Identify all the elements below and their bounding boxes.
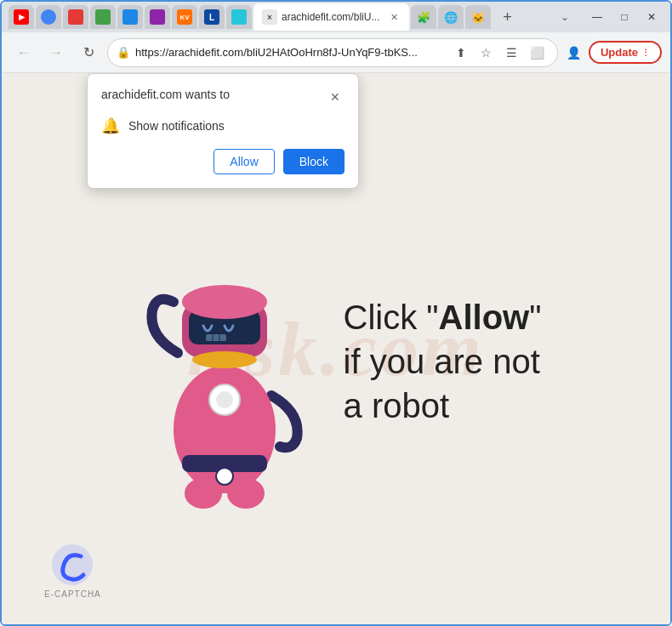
address-actions: ⬆ ☆ ☰ ⬜	[450, 42, 549, 64]
window-controls: — □ ✕	[585, 5, 663, 29]
browser-window: ▶ KV L	[0, 0, 672, 626]
robot-illustration	[131, 225, 318, 498]
split-tab-icon[interactable]: ⬜	[527, 42, 549, 64]
tabcloud-favicon	[231, 9, 247, 25]
tab-search-btn[interactable]: ⌄	[551, 3, 578, 31]
active-tab-close[interactable]: ✕	[387, 10, 401, 24]
tab-active[interactable]: × arachidefit.com/bliU... ✕	[253, 3, 409, 31]
svg-rect-6	[206, 334, 226, 341]
allow-word: Allow	[439, 299, 530, 336]
svg-point-10	[192, 351, 257, 368]
tabkv-favicon: KV	[177, 9, 192, 25]
tab-menu-icon[interactable]: ☰	[501, 42, 523, 64]
permission-popup: arachidefit.com wants to ✕ 🔔 Show notifi…	[87, 73, 359, 189]
tab6-favicon	[150, 9, 165, 25]
content-area: arachidefit.com wants to ✕ 🔔 Show notifi…	[2, 73, 670, 624]
page-content: Click "Allow" if you are not a robot	[131, 225, 542, 498]
tab-cloud[interactable]	[226, 5, 252, 29]
popup-permission-row: 🔔 Show notifications	[101, 117, 345, 135]
address-bar[interactable]: 🔒 https://arachidefit.com/bliU2HAtOoHrn8…	[107, 38, 558, 67]
tab5-favicon	[122, 9, 138, 25]
ecaptcha-section: E-CAPTCHA	[44, 543, 101, 599]
tab-puzzle[interactable]: 🧩	[411, 5, 436, 29]
new-tab-button[interactable]: +	[496, 6, 518, 28]
tab-globe[interactable]: 🌐	[438, 5, 464, 29]
tab-3[interactable]	[63, 5, 88, 29]
popup-title: arachidefit.com wants to	[101, 88, 230, 101]
svg-point-13	[185, 478, 222, 509]
toolbar: ← → ↻ 🔒 https://arachidefit.com/bliU2HAt…	[2, 32, 670, 73]
ecaptcha-logo-icon	[51, 543, 94, 586]
tab-5[interactable]	[117, 5, 143, 29]
click-allow-text-block: Click "Allow" if you are not a robot	[344, 295, 542, 428]
tab-l[interactable]: L	[199, 5, 225, 29]
toolbar-right: 👤 Update ⋮	[563, 41, 662, 64]
reload-button[interactable]: ↻	[75, 39, 102, 66]
tab-6[interactable]	[145, 5, 170, 29]
lock-icon: 🔒	[117, 46, 130, 59]
tab-4[interactable]	[90, 5, 116, 29]
popup-header: arachidefit.com wants to ✕	[101, 88, 345, 106]
share-icon[interactable]: ⬆	[450, 42, 472, 64]
tab-youtube[interactable]: ▶	[9, 5, 34, 29]
svg-point-9	[182, 285, 267, 319]
yt-favicon: ▶	[14, 9, 29, 25]
click-allow-line3: a robot	[344, 384, 542, 428]
update-button[interactable]: Update ⋮	[589, 41, 662, 64]
update-chevron-icon: ⋮	[641, 48, 650, 57]
tabl-favicon: L	[204, 9, 219, 25]
tab4-favicon	[95, 9, 111, 25]
tab3-favicon	[68, 9, 83, 25]
click-allow-line1: Click "Allow"	[344, 295, 542, 339]
tab-strip: ▶ KV L	[9, 3, 578, 31]
block-button[interactable]: Block	[283, 149, 345, 174]
tab-kv[interactable]: KV	[172, 5, 197, 29]
bell-icon: 🔔	[101, 117, 120, 135]
tab-2[interactable]	[36, 5, 61, 29]
forward-button[interactable]: →	[43, 39, 70, 66]
permission-text: Show notifications	[128, 119, 225, 133]
close-button[interactable]: ✕	[640, 5, 663, 29]
tabcat-favicon: 🐱	[470, 9, 486, 25]
allow-button[interactable]: Allow	[214, 149, 274, 174]
tab-cat[interactable]: 🐱	[465, 5, 491, 29]
ecaptcha-label: E-CAPTCHA	[44, 589, 101, 599]
svg-point-2	[216, 468, 233, 485]
click-text-pre: Click "	[344, 299, 439, 336]
tab2-favicon	[41, 9, 56, 25]
bookmark-icon[interactable]: ☆	[476, 42, 498, 64]
svg-point-14	[227, 478, 265, 509]
tabpuzzle-favicon: 🧩	[416, 9, 431, 25]
tabglobe-favicon: 🌐	[443, 9, 458, 25]
maximize-button[interactable]: □	[612, 5, 636, 29]
svg-point-12	[216, 391, 233, 408]
url-text: https://arachidefit.com/bliU2HAtOoHrn8fJ…	[135, 46, 445, 59]
title-bar: ▶ KV L	[2, 2, 670, 32]
popup-buttons: Allow Block	[101, 149, 345, 174]
minimize-button[interactable]: —	[585, 5, 609, 29]
click-allow-line2: if you are not	[344, 339, 542, 384]
active-favicon: ×	[262, 9, 277, 25]
active-tab-label: arachidefit.com/bliU...	[282, 11, 379, 23]
back-button[interactable]: ←	[10, 39, 37, 66]
profile-icon[interactable]: 👤	[563, 42, 585, 64]
popup-close-button[interactable]: ✕	[326, 88, 345, 106]
click-text-post: "	[529, 299, 541, 336]
